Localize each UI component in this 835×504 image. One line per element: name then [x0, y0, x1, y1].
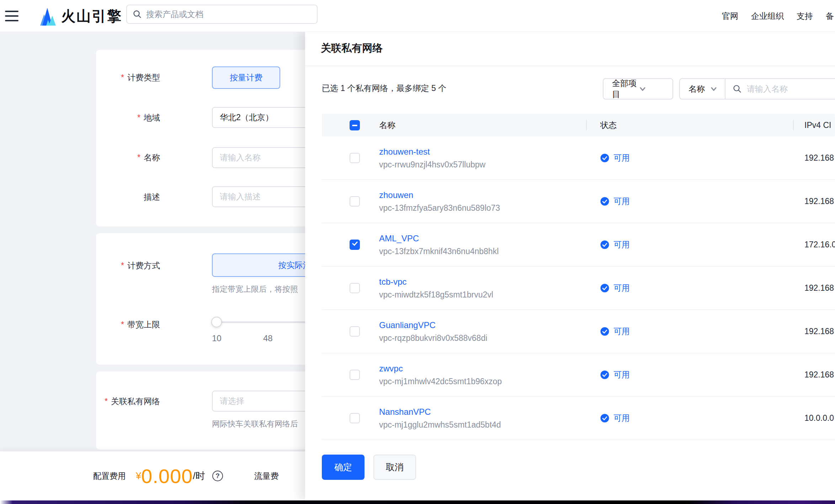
row-checkbox[interactable]: [350, 240, 360, 250]
status-check-circle-icon: [600, 240, 609, 249]
vpc-id: vpc-mj1mhwlv42dc5smt1b96xzop: [379, 377, 586, 386]
vpc-name-link[interactable]: zhouwen: [379, 190, 586, 200]
vpc-table: 名称 状态 IPv4 CI zhouwen-test vpc-rrwu9nzjl…: [322, 114, 835, 440]
nav-item-enterprise-org[interactable]: 企业组织: [751, 11, 784, 22]
vpc-card: *关联私有网络 请选择 网际快车关联私有网络后: [96, 371, 317, 450]
traffic-fee-label: 流量费: [254, 471, 279, 482]
ip-value: 192.168: [793, 153, 835, 163]
status-check-circle-icon: [600, 370, 609, 379]
vpc-table-body: zhouwen-test vpc-rrwu9nzjl4hsv0x57llubpw…: [322, 136, 835, 440]
search-field-select[interactable]: 名称: [680, 84, 725, 95]
ip-value: 192.168: [793, 197, 835, 206]
associate-vpc-drawer: 关联私有网络 已选 1 个私有网络，最多绑定 5 个 全部项目 名称: [305, 32, 835, 500]
confirm-button[interactable]: 确定: [322, 455, 365, 480]
table-row[interactable]: zhouwen vpc-13fmzfya5ary83n6nu589lo73 可用…: [322, 180, 835, 223]
table-row[interactable]: NanshanVPC vpc-mj1gglu2mwhs5smt1ad5bt4d …: [322, 397, 835, 440]
nav-item-support[interactable]: 支持: [797, 11, 813, 22]
name-label: *名称: [96, 152, 160, 163]
drawer-divider: [305, 66, 835, 66]
billing-method-hint: 指定带宽上限后，将按照: [212, 284, 298, 295]
brand-logo[interactable]: 火山引擎: [38, 5, 122, 27]
billing-method-label: *计费方式: [96, 260, 160, 271]
vpc-id: vpc-rrwu9nzjl4hsv0x57llubpw: [379, 160, 586, 170]
ip-value: 10.0.0.0: [793, 413, 835, 423]
cost-label: 配置费用: [93, 471, 126, 482]
description-label: 描述: [96, 192, 160, 202]
row-checkbox[interactable]: [350, 153, 360, 163]
nav-item-official-site[interactable]: 官网: [722, 11, 738, 22]
screen: 火山引擎 官网 企业组织 支持 备 *计费类型 按量计费 *地域 华北2（北京）: [0, 0, 835, 504]
table-row[interactable]: zhouwen-test vpc-rrwu9nzjl4hsv0x57llubpw…: [322, 136, 835, 180]
billing-type-option[interactable]: 按量计费: [212, 66, 280, 89]
slider-handle[interactable]: [211, 317, 222, 327]
status-label: 可用: [613, 196, 630, 207]
global-search-box[interactable]: [126, 5, 318, 24]
table-row[interactable]: GuanliangVPC vpc-rqzp8bukvri8v0x588v68di…: [322, 310, 835, 353]
vpc-id: vpc-13fzbx7mknif43n6nu4nb8hkl: [379, 247, 586, 256]
column-divider: [793, 120, 794, 130]
row-checkbox[interactable]: [350, 196, 360, 207]
vpc-name-link[interactable]: NanshanVPC: [379, 407, 586, 417]
vpc-name-link[interactable]: AML_VPC: [379, 234, 586, 243]
row-checkbox[interactable]: [350, 283, 360, 293]
billing-basic-card: *计费类型 按量计费 *地域 华北2（北京） *名称 描述: [96, 50, 317, 226]
table-row[interactable]: tcb-vpc vpc-miwdtzk5f18g5smt1brvu2vl 可用 …: [322, 267, 835, 310]
global-search-input[interactable]: [146, 10, 311, 19]
vpc-name-link[interactable]: tcb-vpc: [379, 277, 586, 287]
vpc-name-link[interactable]: GuanliangVPC: [379, 320, 586, 330]
ip-value: 192.168: [793, 283, 835, 293]
volcano-logo-icon: [38, 6, 57, 26]
nav-item-partial[interactable]: 备: [826, 11, 834, 22]
bandwidth-label: *带宽上限: [96, 319, 160, 330]
vpc-name-link[interactable]: zwvpc: [379, 364, 586, 374]
cost-unit: /时: [193, 470, 205, 482]
column-header-name: 名称: [373, 120, 586, 131]
top-nav: 官网 企业组织 支持 备: [722, 0, 834, 32]
column-divider: [586, 120, 587, 130]
status-label: 可用: [613, 283, 630, 294]
vpc-hint: 网际快车关联私有网络后: [212, 419, 298, 429]
status-label: 可用: [613, 326, 630, 337]
chevron-down-icon: [639, 85, 665, 93]
status-label: 可用: [613, 239, 630, 250]
project-filter-select[interactable]: 全部项目: [603, 78, 673, 100]
vpc-name-link[interactable]: zhouwen-test: [379, 147, 586, 157]
column-header-ipv4: IPv4 CI: [793, 120, 835, 130]
vpc-id: vpc-rqzp8bukvri8v0x588v68di: [379, 333, 586, 343]
help-icon[interactable]: ?: [212, 471, 223, 481]
table-row[interactable]: AML_VPC vpc-13fzbx7mknif43n6nu4nb8hkl 可用…: [322, 223, 835, 267]
drawer-title: 关联私有网络: [321, 41, 383, 55]
top-bar: 火山引擎 官网 企业组织 支持 备: [0, 0, 835, 32]
status-label: 可用: [613, 152, 630, 163]
status-check-circle-icon: [600, 414, 609, 423]
search-filter-group: 名称: [679, 78, 835, 100]
region-label: *地域: [96, 112, 160, 123]
hamburger-menu-icon[interactable]: [5, 8, 19, 24]
search-icon: [133, 10, 142, 19]
row-checkbox[interactable]: [350, 326, 360, 337]
vpc-label: *关联私有网络: [96, 396, 160, 407]
vpc-search-box[interactable]: [725, 84, 835, 94]
cancel-button[interactable]: 取消: [373, 455, 416, 480]
slider-min-label: 10: [212, 333, 222, 343]
status-label: 可用: [613, 413, 630, 424]
status-check-circle-icon: [600, 154, 609, 162]
status-check-circle-icon: [600, 327, 609, 336]
vpc-id: vpc-13fmzfya5ary83n6nu589lo73: [379, 203, 586, 213]
ip-value: 192.168: [793, 327, 835, 336]
brand-name: 火山引擎: [61, 6, 122, 26]
vpc-search-input[interactable]: [747, 84, 825, 94]
cost-amount: 0.000: [141, 465, 193, 488]
billing-type-label: *计费类型: [96, 72, 160, 83]
column-header-status: 状态: [586, 120, 793, 131]
vpc-id: vpc-miwdtzk5f18g5smt1brvu2vl: [379, 290, 586, 300]
vpc-table-header: 名称 状态 IPv4 CI: [322, 114, 835, 136]
row-checkbox[interactable]: [350, 413, 360, 423]
row-checkbox[interactable]: [350, 370, 360, 380]
select-all-checkbox[interactable]: [350, 120, 360, 130]
status-check-circle-icon: [600, 284, 609, 293]
ip-value: 172.16.0: [793, 240, 835, 250]
table-row[interactable]: zwvpc vpc-mj1mhwlv42dc5smt1b96xzop 可用 19…: [322, 353, 835, 397]
chevron-down-icon: [710, 85, 718, 93]
billing-method-card: *计费方式 按实际流量计费 指定带宽上限后，将按照 *带宽上限 10 48: [96, 233, 317, 365]
